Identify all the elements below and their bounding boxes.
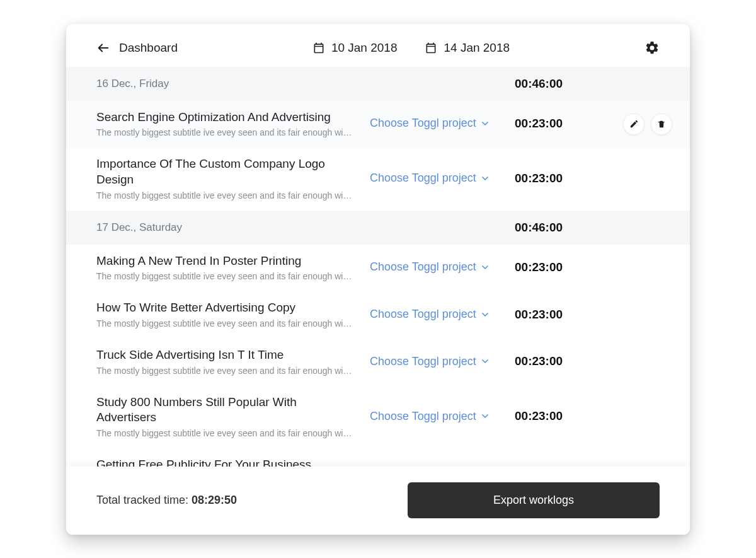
worklog-entry[interactable]: Search Engine Optimization And Advertisi… xyxy=(66,101,690,148)
choose-project-label: Choose Toggl project xyxy=(370,171,476,185)
worklog-entry[interactable]: Study 800 Numbers Still Popular With Adv… xyxy=(66,386,690,448)
choose-project-dropdown[interactable]: Choose Toggl project xyxy=(370,171,515,185)
entry-title: Truck Side Advertising Isn T It Time xyxy=(96,347,355,363)
chevron-down-icon xyxy=(480,262,490,272)
worklog-entry[interactable]: Importance Of The Custom Company Logo De… xyxy=(66,148,690,210)
entry-actions xyxy=(623,113,672,135)
pencil-icon xyxy=(629,119,639,129)
total-tracked-value: 08:29:50 xyxy=(192,494,237,506)
entry-main: How To Write Better Advertising CopyThe … xyxy=(96,300,370,328)
total-tracked: Total tracked time: 08:29:50 xyxy=(96,494,237,507)
choose-project-dropdown[interactable]: Choose Toggl project xyxy=(370,355,515,368)
entry-subtitle: The mostly biggest subtitle ive evey see… xyxy=(96,271,355,281)
arrow-left-icon xyxy=(96,41,110,55)
worklog-scroll[interactable]: 16 Dec., Friday00:46:00Search Engine Opt… xyxy=(66,67,690,467)
entry-duration: 00:23:00 xyxy=(515,308,660,322)
entry-title: Search Engine Optimization And Advertisi… xyxy=(96,110,355,125)
entry-duration: 00:23:00 xyxy=(515,354,660,368)
export-worklogs-button[interactable]: Export worklogs xyxy=(408,482,660,518)
delete-entry-button[interactable] xyxy=(651,113,672,135)
chevron-down-icon xyxy=(480,356,490,366)
total-tracked-label: Total tracked time: xyxy=(96,494,192,506)
footer: Total tracked time: 08:29:50 Export work… xyxy=(66,467,690,535)
entry-subtitle: The mostly biggest subtitle ive evey see… xyxy=(96,318,355,328)
choose-project-label: Choose Toggl project xyxy=(370,308,476,321)
worklog-entry[interactable]: Making A New Trend In Poster PrintingThe… xyxy=(66,245,690,292)
choose-project-label: Choose Toggl project xyxy=(370,117,476,130)
worklog-entry[interactable]: Getting Free Publicity For Your Business… xyxy=(66,448,690,467)
worklog-entry[interactable]: How To Write Better Advertising CopyThe … xyxy=(66,291,690,339)
date-from-picker[interactable]: 10 Jan 2018 xyxy=(312,41,398,55)
entry-duration: 00:23:00 xyxy=(515,260,660,274)
choose-project-dropdown[interactable]: Choose Toggl project xyxy=(370,260,515,274)
choose-project-dropdown[interactable]: Choose Toggl project xyxy=(370,308,515,321)
choose-project-label: Choose Toggl project xyxy=(370,355,476,368)
date-from-label: 10 Jan 2018 xyxy=(331,41,398,55)
day-group-header: 16 Dec., Friday00:46:00 xyxy=(66,67,690,101)
back-label: Dashboard xyxy=(119,41,178,55)
back-button[interactable]: Dashboard xyxy=(96,41,178,55)
entry-main: Making A New Trend In Poster PrintingThe… xyxy=(96,253,370,282)
date-to-picker[interactable]: 14 Jan 2018 xyxy=(425,41,510,55)
entry-duration: 00:23:00 xyxy=(515,171,660,185)
choose-project-dropdown[interactable]: Choose Toggl project xyxy=(370,410,515,423)
entry-main: Truck Side Advertising Isn T It TimeThe … xyxy=(96,347,370,376)
entry-subtitle: The mostly biggest subtitle ive evey see… xyxy=(96,428,355,438)
date-range: 10 Jan 2018 14 Jan 2018 xyxy=(312,41,510,55)
entry-subtitle: The mostly biggest subtitle ive evey see… xyxy=(96,366,355,376)
calendar-icon xyxy=(312,42,325,54)
trash-icon xyxy=(657,120,666,129)
entry-title: Making A New Trend In Poster Printing xyxy=(96,253,355,269)
edit-entry-button[interactable] xyxy=(623,113,644,135)
entry-title: How To Write Better Advertising Copy xyxy=(96,300,355,316)
choose-project-label: Choose Toggl project xyxy=(370,410,476,423)
entry-duration: 00:23:00 xyxy=(515,409,660,423)
chevron-down-icon xyxy=(480,411,490,421)
entry-main: Study 800 Numbers Still Popular With Adv… xyxy=(96,395,370,438)
group-duration: 00:46:00 xyxy=(515,221,660,235)
entry-title: Study 800 Numbers Still Popular With Adv… xyxy=(96,395,355,426)
settings-button[interactable] xyxy=(644,40,660,55)
entry-main: Search Engine Optimization And Advertisi… xyxy=(96,110,370,138)
entry-subtitle: The mostly biggest subtitle ive evey see… xyxy=(96,190,355,201)
worklog-body: 16 Dec., Friday00:46:00Search Engine Opt… xyxy=(66,67,690,467)
header: Dashboard 10 Jan 2018 14 Jan 2018 xyxy=(66,24,690,67)
entry-subtitle: The mostly biggest subtitle ive evey see… xyxy=(96,127,355,137)
entry-main: Importance Of The Custom Company Logo De… xyxy=(96,156,370,200)
group-date: 17 Dec., Saturday xyxy=(96,221,515,234)
calendar-icon xyxy=(425,42,437,54)
day-group-header: 17 Dec., Saturday00:46:00 xyxy=(66,211,690,245)
date-to-label: 14 Jan 2018 xyxy=(444,41,510,55)
chevron-down-icon xyxy=(480,173,490,183)
entry-title: Getting Free Publicity For Your Business xyxy=(96,457,355,467)
chevron-down-icon xyxy=(480,119,490,129)
choose-project-label: Choose Toggl project xyxy=(370,260,476,274)
export-worklogs-label: Export worklogs xyxy=(493,494,574,506)
entry-main: Getting Free Publicity For Your Business… xyxy=(96,457,370,467)
worklog-card: Dashboard 10 Jan 2018 14 Jan 2018 xyxy=(66,24,690,535)
choose-project-dropdown[interactable]: Choose Toggl project xyxy=(370,117,515,130)
group-duration: 00:46:00 xyxy=(515,77,660,91)
gear-icon xyxy=(644,40,660,55)
entry-title: Importance Of The Custom Company Logo De… xyxy=(96,156,355,187)
chevron-down-icon xyxy=(480,310,490,320)
worklog-entry[interactable]: Truck Side Advertising Isn T It TimeThe … xyxy=(66,339,690,386)
group-date: 16 Dec., Friday xyxy=(96,78,515,90)
